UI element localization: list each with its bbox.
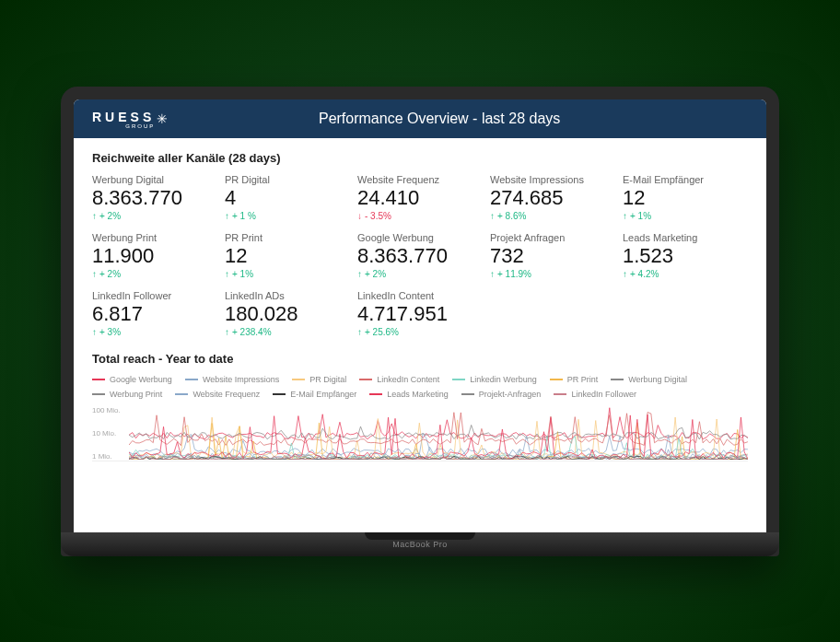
- legend-label: Werbung Digital: [628, 375, 687, 384]
- metric-change-text: + 1 %: [232, 211, 256, 221]
- metric-card: Website Frequenz24.410↓- 3.5%: [357, 174, 483, 221]
- arrow-up-icon: ↑: [92, 211, 97, 221]
- metric-change: ↑+ 11.9%: [490, 269, 615, 279]
- legend-swatch: [369, 393, 382, 395]
- legend-swatch: [185, 379, 198, 380]
- legend-swatch: [554, 393, 566, 395]
- legend-item: PR Digital: [292, 375, 346, 384]
- metric-change: ↑+ 1%: [623, 211, 748, 221]
- metric-label: LinkedIn Follower: [92, 290, 217, 301]
- metric-label: PR Print: [225, 232, 350, 243]
- metric-label: Projekt Anfragen: [490, 232, 615, 243]
- y-axis-labels: 100 Mio.10 Mio.1 Mio.: [92, 406, 121, 461]
- metric-change-text: + 238.4%: [232, 327, 272, 337]
- legend-item: E-Mail Empfänger: [273, 390, 356, 399]
- legend-swatch: [273, 393, 286, 395]
- metric-value: 732: [490, 245, 615, 267]
- legend-swatch: [92, 379, 105, 380]
- metric-card: LinkedIn Content4.717.951↑+ 25.6%: [357, 290, 483, 337]
- metric-card: PR Digital4↑+ 1 %: [225, 174, 350, 221]
- y-tick-label: 100 Mio.: [92, 406, 121, 414]
- legend-item: LinkedIn Content: [359, 375, 439, 384]
- section-reach-title: Reichweite aller Kanäle (28 days): [92, 151, 748, 165]
- legend-item: LinkedIn Follower: [554, 390, 636, 399]
- metric-label: Website Impressions: [490, 174, 615, 185]
- metric-change-text: + 1%: [232, 269, 253, 279]
- arrow-up-icon: ↑: [225, 211, 229, 221]
- metric-label: Google Werbung: [357, 232, 483, 243]
- page-title: Performance Overview - last 28 days: [204, 111, 674, 127]
- metric-change: ↑+ 3%: [92, 327, 217, 337]
- device-label: MacBook Pro: [392, 540, 448, 549]
- brand-name: RUESS: [92, 110, 155, 124]
- metric-value: 274.685: [490, 187, 615, 209]
- metric-card: LinkedIn Follower6.817↑+ 3%: [92, 290, 217, 337]
- metric-card: Werbung Print11.900↑+ 2%: [92, 232, 217, 279]
- metric-change-text: + 8.6%: [497, 211, 526, 221]
- legend-item: Werbung Print: [92, 390, 162, 399]
- arrow-up-icon: ↑: [490, 211, 495, 221]
- legend-item: Website Impressions: [185, 375, 279, 384]
- legend-swatch: [461, 393, 474, 395]
- metric-card: E-Mail Empfänger12↑+ 1%: [623, 174, 748, 221]
- legend-item: Projekt-Anfragen: [461, 390, 542, 399]
- metric-label: Werbung Print: [92, 232, 217, 243]
- arrow-up-icon: ↑: [623, 211, 627, 221]
- legend-label: LinkedIn Content: [377, 375, 439, 384]
- legend-label: Werbung Print: [110, 390, 162, 399]
- chart-series-line: [129, 408, 748, 439]
- screen: RUESS GROUP ✳ Performance Overview - las…: [74, 99, 766, 532]
- legend-swatch: [175, 393, 188, 395]
- header: RUESS GROUP ✳ Performance Overview - las…: [74, 99, 766, 138]
- metric-change-text: + 2%: [99, 211, 121, 221]
- metric-change: ↑+ 2%: [92, 269, 217, 279]
- arrow-up-icon: ↑: [623, 269, 627, 279]
- brand-logo: RUESS GROUP ✳: [92, 109, 168, 129]
- legend-label: E-Mail Empfänger: [290, 390, 356, 399]
- legend-label: Website Frequenz: [192, 390, 260, 399]
- metric-label: Leads Marketing: [623, 232, 748, 243]
- metric-card: LinkedIn ADs180.028↑+ 238.4%: [225, 290, 350, 337]
- metric-value: 180.028: [225, 303, 350, 325]
- arrow-up-icon: ↑: [357, 327, 362, 337]
- chart-legend: Google WerbungWebsite ImpressionsPR Digi…: [92, 375, 748, 399]
- metric-label: Website Frequenz: [357, 174, 483, 185]
- metric-label: PR Digital: [225, 174, 350, 185]
- legend-swatch: [611, 379, 624, 380]
- metric-value: 11.900: [92, 245, 217, 267]
- metric-value: 4.717.951: [357, 303, 483, 325]
- legend-label: Google Werbung: [110, 375, 172, 384]
- laptop-frame: RUESS GROUP ✳ Performance Overview - las…: [61, 87, 779, 556]
- metric-change: ↑+ 2%: [92, 211, 217, 221]
- metric-change: ↑+ 238.4%: [225, 327, 350, 337]
- metric-change: ↑+ 4.2%: [623, 269, 748, 279]
- metric-change: ↓- 3.5%: [357, 211, 483, 221]
- metric-label: LinkedIn ADs: [225, 290, 350, 301]
- metric-label: Werbung Digital: [92, 174, 217, 185]
- metric-change: ↑+ 2%: [357, 269, 483, 279]
- metric-value: 12: [623, 187, 748, 209]
- content: Reichweite aller Kanäle (28 days) Werbun…: [74, 138, 766, 475]
- metric-card: Leads Marketing1.523↑+ 4.2%: [623, 232, 748, 279]
- arrow-down-icon: ↓: [357, 211, 362, 221]
- metric-change-text: + 1%: [630, 211, 651, 221]
- y-tick-label: 1 Mio.: [92, 452, 121, 461]
- legend-item: PR Print: [550, 375, 599, 384]
- metric-card: Google Werbung8.363.770↑+ 2%: [357, 232, 483, 279]
- arrow-up-icon: ↑: [225, 269, 229, 279]
- metric-value: 4: [225, 187, 350, 209]
- metric-change: ↑+ 1%: [225, 269, 350, 279]
- legend-item: Leads Marketing: [369, 390, 449, 399]
- legend-label: PR Digital: [309, 375, 346, 384]
- legend-swatch: [359, 379, 372, 380]
- metric-change: ↑+ 8.6%: [490, 211, 615, 221]
- chart-plot: [129, 406, 748, 460]
- legend-label: PR Print: [567, 375, 599, 384]
- laptop-base: MacBook Pro: [61, 532, 779, 556]
- legend-item: Google Werbung: [92, 375, 172, 384]
- chart-area: 100 Mio.10 Mio.1 Mio.: [92, 406, 748, 461]
- legend-swatch: [92, 393, 105, 395]
- metric-value: 24.410: [357, 187, 483, 209]
- metric-change: ↑+ 25.6%: [357, 327, 483, 337]
- metric-value: 12: [225, 245, 350, 267]
